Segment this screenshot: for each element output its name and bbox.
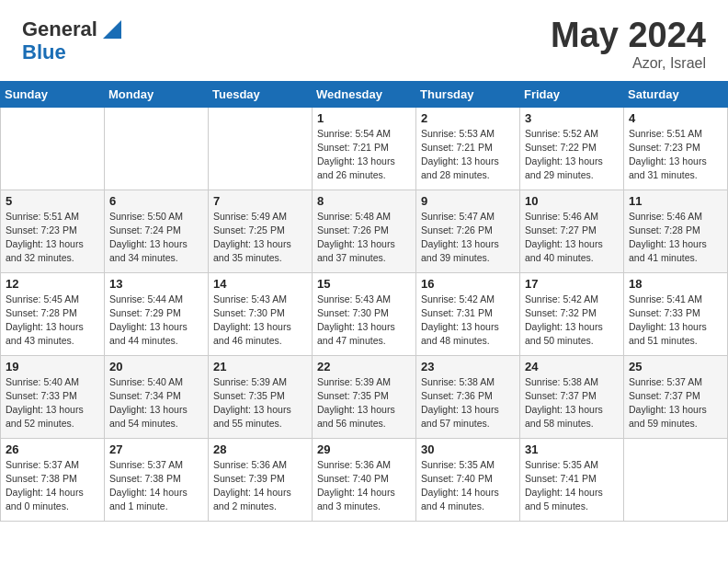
calendar-cell: 12Sunrise: 5:45 AM Sunset: 7:28 PM Dayli… bbox=[1, 272, 105, 355]
day-number: 22 bbox=[317, 360, 411, 373]
location-subtitle: Azor, Israel bbox=[551, 55, 706, 72]
logo-blue-text: Blue bbox=[22, 40, 66, 63]
calendar-cell: 24Sunrise: 5:38 AM Sunset: 7:37 PM Dayli… bbox=[520, 355, 624, 438]
day-number: 21 bbox=[213, 360, 307, 373]
calendar-cell: 27Sunrise: 5:37 AM Sunset: 7:38 PM Dayli… bbox=[105, 438, 209, 521]
calendar-cell: 11Sunrise: 5:46 AM Sunset: 7:28 PM Dayli… bbox=[624, 190, 728, 272]
day-number: 17 bbox=[525, 277, 619, 291]
day-info: Sunrise: 5:38 AM Sunset: 7:36 PM Dayligh… bbox=[421, 375, 515, 431]
calendar-cell bbox=[624, 438, 728, 521]
calendar-cell: 20Sunrise: 5:40 AM Sunset: 7:34 PM Dayli… bbox=[105, 355, 209, 438]
calendar-cell: 29Sunrise: 5:36 AM Sunset: 7:40 PM Dayli… bbox=[313, 438, 416, 521]
day-number: 26 bbox=[6, 442, 99, 456]
day-info: Sunrise: 5:41 AM Sunset: 7:33 PM Dayligh… bbox=[629, 293, 722, 349]
day-info: Sunrise: 5:37 AM Sunset: 7:37 PM Dayligh… bbox=[629, 375, 722, 431]
day-info: Sunrise: 5:51 AM Sunset: 7:23 PM Dayligh… bbox=[6, 210, 99, 266]
day-number: 19 bbox=[6, 360, 99, 373]
day-number: 27 bbox=[109, 442, 203, 456]
calendar-cell: 19Sunrise: 5:40 AM Sunset: 7:33 PM Dayli… bbox=[1, 355, 105, 438]
weekday-header-saturday: Saturday bbox=[624, 81, 728, 107]
calendar-cell: 28Sunrise: 5:36 AM Sunset: 7:39 PM Dayli… bbox=[209, 438, 313, 521]
day-number: 31 bbox=[525, 442, 619, 456]
calendar-cell bbox=[1, 107, 105, 190]
weekday-header-friday: Friday bbox=[520, 81, 624, 107]
weekday-header-sunday: Sunday bbox=[1, 81, 105, 107]
calendar-cell: 18Sunrise: 5:41 AM Sunset: 7:33 PM Dayli… bbox=[624, 272, 728, 355]
calendar-cell: 31Sunrise: 5:35 AM Sunset: 7:41 PM Dayli… bbox=[520, 438, 624, 521]
day-info: Sunrise: 5:46 AM Sunset: 7:28 PM Dayligh… bbox=[629, 210, 722, 266]
calendar-table: SundayMondayTuesdayWednesdayThursdayFrid… bbox=[0, 81, 728, 522]
page-header: General Blue May 2024 Azor, Israel bbox=[0, 0, 728, 81]
title-area: May 2024 Azor, Israel bbox=[551, 17, 706, 72]
calendar-header: SundayMondayTuesdayWednesdayThursdayFrid… bbox=[1, 81, 728, 107]
calendar-body: 1Sunrise: 5:54 AM Sunset: 7:21 PM Daylig… bbox=[1, 107, 728, 521]
day-info: Sunrise: 5:46 AM Sunset: 7:27 PM Dayligh… bbox=[525, 210, 619, 266]
calendar-cell: 25Sunrise: 5:37 AM Sunset: 7:37 PM Dayli… bbox=[624, 355, 728, 438]
day-info: Sunrise: 5:40 AM Sunset: 7:33 PM Dayligh… bbox=[6, 375, 99, 431]
day-number: 14 bbox=[213, 277, 307, 291]
calendar-cell: 10Sunrise: 5:46 AM Sunset: 7:27 PM Dayli… bbox=[520, 190, 624, 272]
day-number: 3 bbox=[525, 111, 619, 125]
day-number: 24 bbox=[525, 360, 619, 373]
calendar-cell: 30Sunrise: 5:35 AM Sunset: 7:40 PM Dayli… bbox=[416, 438, 520, 521]
calendar-cell: 8Sunrise: 5:48 AM Sunset: 7:26 PM Daylig… bbox=[313, 190, 416, 272]
day-info: Sunrise: 5:39 AM Sunset: 7:35 PM Dayligh… bbox=[317, 375, 411, 431]
day-number: 10 bbox=[525, 194, 619, 208]
calendar-cell: 22Sunrise: 5:39 AM Sunset: 7:35 PM Dayli… bbox=[313, 355, 416, 438]
calendar-cell: 15Sunrise: 5:43 AM Sunset: 7:30 PM Dayli… bbox=[313, 272, 416, 355]
day-number: 20 bbox=[109, 360, 203, 373]
day-number: 5 bbox=[6, 194, 99, 208]
day-info: Sunrise: 5:45 AM Sunset: 7:28 PM Dayligh… bbox=[6, 293, 99, 349]
day-info: Sunrise: 5:53 AM Sunset: 7:21 PM Dayligh… bbox=[421, 127, 515, 183]
day-info: Sunrise: 5:54 AM Sunset: 7:21 PM Dayligh… bbox=[317, 127, 411, 183]
day-info: Sunrise: 5:37 AM Sunset: 7:38 PM Dayligh… bbox=[109, 458, 203, 514]
day-info: Sunrise: 5:35 AM Sunset: 7:41 PM Dayligh… bbox=[525, 458, 619, 514]
calendar-cell: 26Sunrise: 5:37 AM Sunset: 7:38 PM Dayli… bbox=[1, 438, 105, 521]
calendar-cell: 7Sunrise: 5:49 AM Sunset: 7:25 PM Daylig… bbox=[209, 190, 313, 272]
day-info: Sunrise: 5:36 AM Sunset: 7:40 PM Dayligh… bbox=[317, 458, 411, 514]
day-info: Sunrise: 5:50 AM Sunset: 7:24 PM Dayligh… bbox=[109, 210, 203, 266]
day-info: Sunrise: 5:42 AM Sunset: 7:32 PM Dayligh… bbox=[525, 293, 619, 349]
weekday-header-tuesday: Tuesday bbox=[209, 81, 313, 107]
day-number: 2 bbox=[421, 111, 515, 125]
day-number: 15 bbox=[317, 277, 411, 291]
day-number: 6 bbox=[109, 194, 203, 208]
logo: General Blue bbox=[22, 17, 125, 63]
day-number: 30 bbox=[421, 442, 515, 456]
day-number: 16 bbox=[421, 277, 515, 291]
day-number: 1 bbox=[317, 111, 411, 125]
calendar-cell bbox=[105, 107, 209, 190]
day-info: Sunrise: 5:44 AM Sunset: 7:29 PM Dayligh… bbox=[109, 293, 203, 349]
day-info: Sunrise: 5:52 AM Sunset: 7:22 PM Dayligh… bbox=[525, 127, 619, 183]
calendar-cell: 4Sunrise: 5:51 AM Sunset: 7:23 PM Daylig… bbox=[624, 107, 728, 190]
day-info: Sunrise: 5:35 AM Sunset: 7:40 PM Dayligh… bbox=[421, 458, 515, 514]
day-number: 9 bbox=[421, 194, 515, 208]
weekday-header-wednesday: Wednesday bbox=[313, 81, 416, 107]
calendar-cell: 5Sunrise: 5:51 AM Sunset: 7:23 PM Daylig… bbox=[1, 190, 105, 272]
day-info: Sunrise: 5:36 AM Sunset: 7:39 PM Dayligh… bbox=[213, 458, 307, 514]
day-info: Sunrise: 5:47 AM Sunset: 7:26 PM Dayligh… bbox=[421, 210, 515, 266]
calendar-week-5: 26Sunrise: 5:37 AM Sunset: 7:38 PM Dayli… bbox=[1, 438, 728, 521]
calendar-cell: 21Sunrise: 5:39 AM Sunset: 7:35 PM Dayli… bbox=[209, 355, 313, 438]
day-info: Sunrise: 5:43 AM Sunset: 7:30 PM Dayligh… bbox=[317, 293, 411, 349]
day-number: 18 bbox=[629, 277, 722, 291]
day-info: Sunrise: 5:38 AM Sunset: 7:37 PM Dayligh… bbox=[525, 375, 619, 431]
calendar-cell: 13Sunrise: 5:44 AM Sunset: 7:29 PM Dayli… bbox=[105, 272, 209, 355]
svg-marker-0 bbox=[103, 20, 121, 39]
calendar-cell: 14Sunrise: 5:43 AM Sunset: 7:30 PM Dayli… bbox=[209, 272, 313, 355]
day-number: 13 bbox=[109, 277, 203, 291]
calendar-cell: 1Sunrise: 5:54 AM Sunset: 7:21 PM Daylig… bbox=[313, 107, 416, 190]
calendar-cell: 6Sunrise: 5:50 AM Sunset: 7:24 PM Daylig… bbox=[105, 190, 209, 272]
day-number: 12 bbox=[6, 277, 99, 291]
calendar-cell: 17Sunrise: 5:42 AM Sunset: 7:32 PM Dayli… bbox=[520, 272, 624, 355]
day-number: 11 bbox=[629, 194, 722, 208]
calendar-cell: 9Sunrise: 5:47 AM Sunset: 7:26 PM Daylig… bbox=[416, 190, 520, 272]
weekday-header-thursday: Thursday bbox=[416, 81, 520, 107]
day-info: Sunrise: 5:42 AM Sunset: 7:31 PM Dayligh… bbox=[421, 293, 515, 349]
calendar-week-1: 1Sunrise: 5:54 AM Sunset: 7:21 PM Daylig… bbox=[1, 107, 728, 190]
day-number: 25 bbox=[629, 360, 722, 373]
day-number: 29 bbox=[317, 442, 411, 456]
day-info: Sunrise: 5:49 AM Sunset: 7:25 PM Dayligh… bbox=[213, 210, 307, 266]
day-info: Sunrise: 5:39 AM Sunset: 7:35 PM Dayligh… bbox=[213, 375, 307, 431]
day-info: Sunrise: 5:37 AM Sunset: 7:38 PM Dayligh… bbox=[6, 458, 99, 514]
